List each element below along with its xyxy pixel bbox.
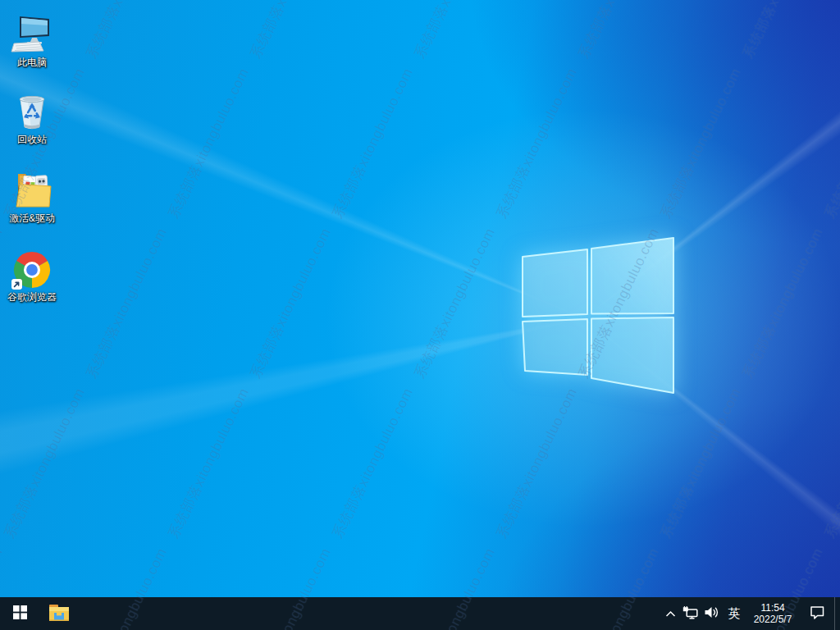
this-pc-icon: [11, 11, 53, 54]
windows-start-icon: [13, 605, 27, 622]
shortcut-arrow-icon: [11, 279, 22, 290]
file-explorer-button[interactable]: [39, 597, 79, 630]
input-method-indicator[interactable]: 英: [723, 597, 746, 630]
desktop-icon-label: 回收站: [17, 134, 47, 145]
taskbar: 英 11:54 2022/5/7: [0, 597, 840, 630]
desktop-icon-this-pc[interactable]: 此电脑: [2, 11, 62, 68]
desktop-icon-recycle-bin[interactable]: 回收站: [2, 89, 62, 145]
show-desktop-button[interactable]: [834, 597, 840, 630]
speaker-icon: [704, 606, 719, 621]
desktop-icon-label: 激活&驱动: [9, 212, 55, 224]
wallpaper: [0, 0, 840, 630]
windows-logo: [492, 213, 697, 410]
volume-tray-button[interactable]: [701, 597, 723, 630]
file-explorer-icon: [48, 604, 70, 624]
notification-bubble-icon: [810, 605, 825, 622]
clock-time: 11:54: [760, 602, 784, 614]
taskbar-clock[interactable]: 11:54 2022/5/7: [746, 597, 800, 630]
clock-date: 2022/5/7: [754, 614, 792, 625]
recycle-bin-icon: [13, 89, 51, 131]
hidden-icons-button[interactable]: [660, 597, 680, 630]
chevron-up-icon: [665, 608, 676, 620]
action-center-button[interactable]: [800, 597, 834, 630]
ethernet-network-icon: [682, 606, 698, 622]
desktop-icon-activation-drivers[interactable]: 激活&驱动: [2, 167, 62, 224]
desktop-icon-label: 谷歌浏览器: [7, 291, 57, 303]
desktop-icon-label: 此电脑: [17, 57, 47, 68]
system-tray: 英 11:54 2022/5/7: [660, 597, 840, 630]
start-button[interactable]: [0, 597, 39, 630]
desktop-icon-chrome[interactable]: 谷歌浏览器: [2, 246, 62, 303]
network-tray-button[interactable]: [680, 597, 701, 630]
chrome-icon: [13, 246, 51, 289]
open-folder-icon: [11, 167, 52, 210]
desktop: 此电脑 回收站: [0, 0, 840, 630]
